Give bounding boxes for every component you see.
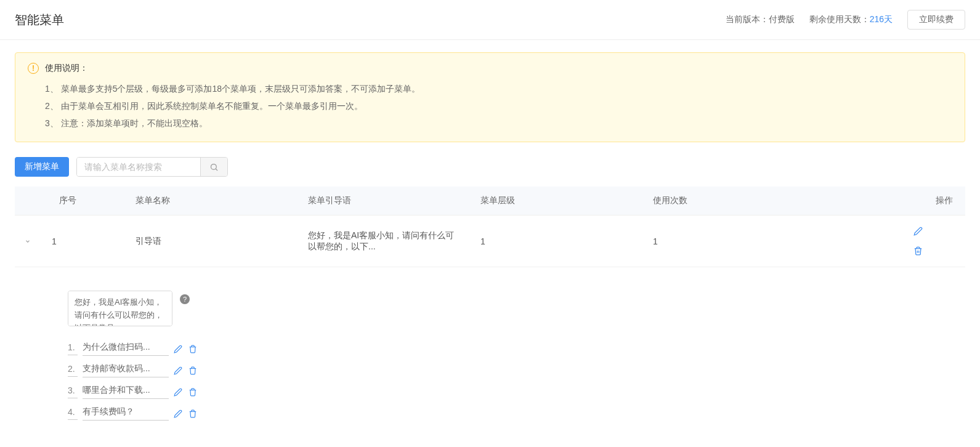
th-count: 使用次数 (643, 187, 904, 215)
alert-header: ! 使用说明： (28, 63, 952, 74)
menu-item: 1. 为什么微信扫码... (68, 338, 197, 360)
menu-item-num: 4. (68, 407, 78, 420)
version-info: 当前版本：付费版 (726, 14, 795, 25)
alert-item: 2、 由于菜单会互相引用，因此系统控制菜单名不能重复。一个菜单最多引用一次。 (45, 97, 952, 115)
page-title: 智能菜单 (15, 12, 64, 28)
search-input[interactable] (77, 158, 200, 176)
search-icon (209, 163, 219, 172)
menu-item: 4. 有手续费吗？ (68, 403, 197, 424)
add-menu-button[interactable]: 新增菜单 (15, 157, 69, 177)
version-value: 付费版 (769, 14, 795, 24)
expand-icon[interactable] (25, 238, 31, 244)
td-name: 引导语 (126, 215, 298, 267)
edit-item-icon[interactable] (174, 388, 182, 397)
page-header: 智能菜单 当前版本：付费版 剩余使用天数：216天 立即续费 (0, 0, 980, 40)
td-count: 1 (643, 215, 904, 267)
edit-item-icon[interactable] (174, 366, 182, 375)
th-guide: 菜单引导语 (298, 187, 471, 215)
search-button[interactable] (200, 158, 227, 176)
version-label: 当前版本： (726, 14, 769, 24)
menu-item-text[interactable]: 哪里合并和下载... (83, 385, 169, 399)
edit-item-icon[interactable] (174, 409, 182, 418)
menu-table: 序号 菜单名称 菜单引导语 菜单层级 使用次数 操作 1 引导语 您好，我是AI… (15, 187, 965, 447)
delete-item-icon[interactable] (188, 409, 197, 418)
alert-item: 1、 菜单最多支持5个层级，每级最多可添加18个菜单项，末层级只可添加答案，不可… (45, 80, 952, 97)
days-info: 剩余使用天数：216天 (809, 14, 893, 25)
menu-item-num: 1. (68, 342, 78, 355)
alert-title: 使用说明： (45, 63, 88, 74)
svg-point-0 (211, 164, 217, 169)
days-value: 216天 (870, 14, 893, 24)
menu-item-text[interactable]: 支持邮寄收款码... (83, 363, 169, 377)
content-area: ! 使用说明： 1、 菜单最多支持5个层级，每级最多可添加18个菜单项，末层级只… (0, 40, 980, 447)
edit-item-icon[interactable] (174, 345, 182, 353)
info-icon: ! (28, 63, 39, 74)
row-index: 1 (52, 236, 57, 246)
help-icon[interactable]: ? (180, 294, 190, 304)
search-group (76, 157, 228, 177)
alert-body: 1、 菜单最多支持5个层级，每级最多可添加18个菜单项，末层级只可添加答案，不可… (28, 80, 952, 132)
guide-textarea[interactable] (68, 291, 172, 326)
delete-item-icon[interactable] (188, 366, 197, 375)
table-header-row: 序号 菜单名称 菜单引导语 菜单层级 使用次数 操作 (15, 187, 965, 215)
menu-item-text[interactable]: 为什么微信扫码... (83, 342, 169, 356)
td-level: 1 (471, 215, 643, 267)
menu-item-actions (174, 345, 197, 353)
menu-item: 3. 哪里合并和下载... (68, 381, 197, 403)
guide-box: ? (68, 291, 197, 328)
renew-button[interactable]: 立即续费 (907, 10, 965, 30)
menu-item-num: 2. (68, 364, 78, 377)
expanded-row: ? 1. 为什么微信扫码... (15, 267, 965, 448)
th-level: 菜单层级 (471, 187, 643, 215)
menu-item-actions (174, 388, 197, 397)
delete-item-icon[interactable] (188, 388, 197, 397)
table-row: 1 引导语 您好，我是AI客服小知，请问有什么可以帮您的，以下... 1 1 (15, 215, 965, 267)
days-label: 剩余使用天数： (809, 14, 870, 24)
td-action (904, 215, 965, 267)
alert-item: 3、 注意：添加菜单项时，不能出现空格。 (45, 115, 952, 132)
menu-item-text[interactable]: 有手续费吗？ (83, 406, 169, 421)
header-right: 当前版本：付费版 剩余使用天数：216天 立即续费 (726, 10, 965, 30)
edit-button[interactable] (913, 227, 953, 236)
delete-button[interactable] (913, 246, 953, 256)
th-action: 操作 (904, 187, 965, 215)
menu-items-list: 1. 为什么微信扫码... 2. 支持邮寄收款码... (68, 338, 197, 424)
th-index: 序号 (15, 187, 126, 215)
td-index: 1 (15, 215, 126, 267)
expanded-panel: ? 1. 为什么微信扫码... (25, 278, 955, 447)
svg-line-1 (216, 169, 217, 171)
menu-item-num: 3. (68, 385, 78, 398)
delete-item-icon[interactable] (188, 345, 197, 353)
usage-alert: ! 使用说明： 1、 菜单最多支持5个层级，每级最多可添加18个菜单项，末层级只… (15, 52, 965, 142)
th-name: 菜单名称 (126, 187, 298, 215)
menu-item-actions (174, 409, 197, 418)
toolbar: 新增菜单 (15, 157, 965, 177)
menu-item: 2. 支持邮寄收款码... (68, 360, 197, 381)
menu-item-actions (174, 366, 197, 375)
td-guide: 您好，我是AI客服小知，请问有什么可以帮您的，以下... (298, 215, 471, 267)
